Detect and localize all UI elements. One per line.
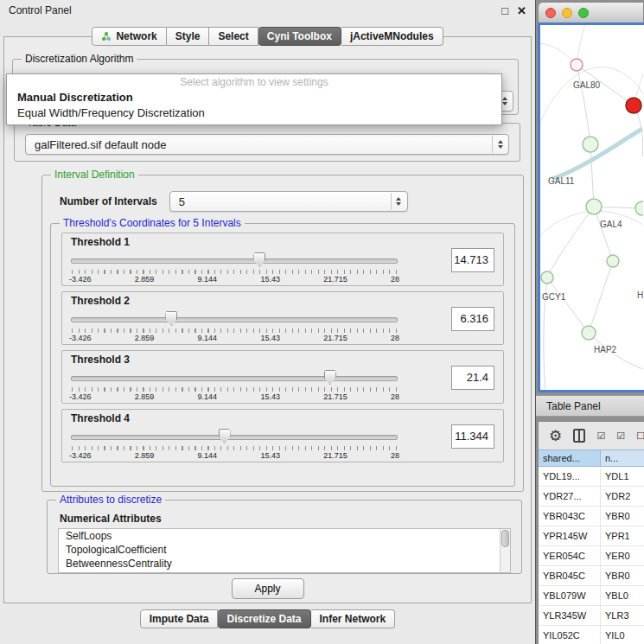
- table-data-combo[interactable]: galFiltered.sif default node: [25, 134, 509, 155]
- tab-impute-data[interactable]: Impute Data: [140, 609, 219, 628]
- network-node[interactable]: [571, 59, 583, 71]
- slider-track[interactable]: [71, 258, 398, 264]
- list-item[interactable]: SelfLoops: [59, 529, 510, 543]
- cell-shared-name: YDL19...: [539, 467, 601, 486]
- tab-infer-network[interactable]: Infer Network: [311, 609, 396, 628]
- slider-thumb[interactable]: [324, 370, 336, 385]
- table-row[interactable]: YBR045C YBR0: [539, 566, 644, 586]
- slider-track[interactable]: [71, 435, 398, 440]
- tab-label: jActiveMNodules: [350, 30, 434, 42]
- threshold-coordinates-group: Threshold's Coordinates for 5 Intervals …: [50, 217, 515, 487]
- tick-label: 9.144: [198, 334, 218, 342]
- tick-label: 21.715: [323, 392, 348, 401]
- stepper-icon[interactable]: [391, 193, 406, 210]
- tab-label: Cyni Toolbox: [267, 30, 332, 42]
- table-row[interactable]: YBR043C YBR0: [539, 507, 644, 526]
- slider-track[interactable]: [71, 376, 398, 381]
- table-row[interactable]: YDL19... YDL1: [539, 467, 644, 487]
- deselect-icon[interactable]: ☐: [636, 431, 644, 441]
- interval-definition-group: Interval Definition Number of Intervals …: [41, 169, 524, 492]
- tick-label: 9.144: [198, 392, 218, 401]
- tick-label: 21.715: [323, 451, 348, 460]
- cell-shared-name: YPR145W: [539, 526, 601, 545]
- tab-discretize-data[interactable]: Discretize Data: [218, 609, 310, 628]
- popup-option-equal-width-frequency[interactable]: Equal Width/Frequency Discretization: [7, 105, 501, 120]
- table-row[interactable]: YER054C YER0: [539, 546, 644, 566]
- threshold-4-slider[interactable]: [69, 429, 399, 444]
- stepper-icon[interactable]: [492, 136, 507, 153]
- tick-label: 9.144: [198, 451, 218, 460]
- cell-shared-name: YBR043C: [539, 507, 601, 526]
- node-label: GAL11: [548, 176, 575, 186]
- table-row[interactable]: YIL052C YIL0: [539, 626, 644, 644]
- network-node[interactable]: [582, 326, 596, 340]
- gear-icon[interactable]: ⚙: [549, 429, 562, 443]
- scrollbar-thumb[interactable]: [501, 530, 509, 547]
- popup-option-manual-discretization[interactable]: Manual Discretization: [7, 89, 501, 105]
- list-scrollbar[interactable]: [500, 529, 510, 572]
- tick-label: 28: [391, 275, 399, 284]
- threshold-1-slider[interactable]: [69, 252, 399, 268]
- table-row[interactable]: YPR145W YPR1: [539, 526, 644, 546]
- tab-network[interactable]: Network: [92, 27, 166, 46]
- threshold-3-value-field[interactable]: 21.4: [451, 366, 494, 390]
- column-header-name[interactable]: n...: [601, 450, 644, 467]
- network-node[interactable]: [607, 255, 619, 267]
- slider-thumb[interactable]: [219, 429, 231, 443]
- threshold-3-slider[interactable]: [69, 370, 399, 386]
- tab-jactivemnodules[interactable]: jActiveMNodules: [341, 27, 443, 46]
- apply-button[interactable]: Apply: [231, 578, 303, 599]
- network-node[interactable]: [541, 271, 553, 284]
- slider-thumb[interactable]: [253, 252, 265, 267]
- slider-thumb[interactable]: [165, 311, 177, 326]
- threshold-1-value-field[interactable]: 14.713: [451, 248, 494, 272]
- cell-name: YBR0: [601, 507, 644, 526]
- bottom-tabs: Impute Data Discretize Data Infer Networ…: [0, 609, 535, 628]
- zoom-window-icon[interactable]: [578, 8, 589, 18]
- select-checked-icon[interactable]: ☑: [616, 431, 625, 441]
- network-node[interactable]: [635, 201, 643, 215]
- list-item[interactable]: TopologicalCoefficient: [59, 543, 510, 557]
- table-row[interactable]: YLR345W YLR3: [539, 606, 644, 626]
- close-icon[interactable]: ✕: [517, 5, 526, 16]
- network-node[interactable]: [586, 199, 602, 214]
- tick-label: 28: [391, 451, 399, 460]
- tab-style[interactable]: Style: [167, 27, 210, 46]
- network-window-titlebar[interactable]: [538, 2, 644, 22]
- threshold-4-value-field[interactable]: 11.344: [451, 424, 494, 449]
- number-of-intervals-combo[interactable]: 5: [169, 191, 408, 212]
- table-row[interactable]: YDR27... YDR2: [539, 487, 644, 507]
- table-panel-window: ⚙ ☑ ☑ ☐ shared... n... YDL19... YDL1 YDR…: [538, 421, 644, 644]
- float-window-icon[interactable]: □: [501, 5, 508, 16]
- close-window-icon[interactable]: [545, 8, 556, 18]
- list-item[interactable]: BetweennessCentrality: [59, 557, 510, 571]
- number-of-intervals-row: Number of Intervals 5: [60, 191, 511, 212]
- tab-label: Discretize Data: [226, 613, 301, 625]
- cell-name: YIL0: [601, 626, 644, 644]
- number-of-intervals-label: Number of Intervals: [60, 195, 157, 207]
- threshold-label: Threshold 1: [71, 236, 399, 248]
- table-row[interactable]: YBL079W YBL0: [539, 586, 644, 606]
- table-panel-header[interactable]: Table Panel: [536, 395, 644, 417]
- columns-icon[interactable]: [573, 429, 585, 443]
- cell-name: YDL1: [601, 467, 644, 486]
- tick-label: 2.859: [135, 334, 155, 342]
- tab-cyni-toolbox[interactable]: Cyni Toolbox: [258, 27, 341, 46]
- select-all-icon[interactable]: ☑: [596, 431, 605, 441]
- network-view-canvas[interactable]: GAL80 GAL11 GAL4 GCY1 HAP2 H: [538, 22, 644, 392]
- group-title: Discretization Algorithm: [22, 53, 137, 65]
- cell-name: YPR1: [601, 526, 644, 545]
- tab-select[interactable]: Select: [209, 27, 258, 46]
- slider-tickmarks: [72, 270, 397, 274]
- column-header-shared-name[interactable]: shared...: [539, 450, 601, 467]
- network-icon: [101, 31, 112, 41]
- minimize-window-icon[interactable]: [562, 8, 572, 18]
- network-node-selected[interactable]: [626, 98, 641, 113]
- network-node[interactable]: [583, 137, 598, 152]
- threshold-2-panel: Threshold 2 -3.426 2.859 9.144 15.43 21.…: [61, 291, 504, 345]
- threshold-2-value-field[interactable]: 6.316: [451, 307, 494, 331]
- network-edge-highlight: [552, 129, 642, 179]
- threshold-2-slider[interactable]: [69, 311, 399, 327]
- control-panel-tabs: Network Style Select Cyni Toolbox jActiv…: [0, 27, 535, 46]
- slider-track[interactable]: [71, 317, 398, 322]
